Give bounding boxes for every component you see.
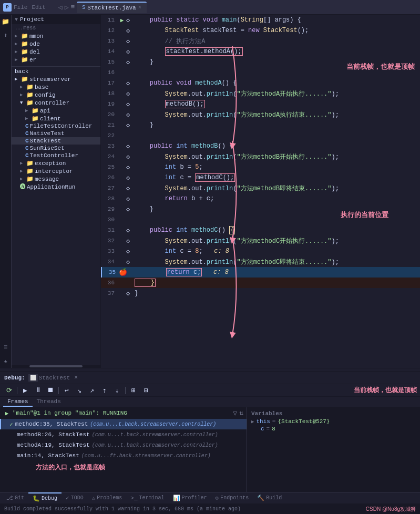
bottom-tab-git[interactable]: ⎇ Git (2, 492, 28, 504)
tree-item-api[interactable]: ▶ 📁 api (12, 107, 100, 115)
var-item-c[interactable]: c = 8 (249, 425, 418, 433)
build-message: Build completed successfully with 1 warn… (4, 506, 360, 512)
tree-item-filetestcontroller[interactable]: C FileTestController (12, 122, 100, 130)
thread-expand-icon[interactable]: ⇅ (239, 409, 243, 417)
endpoints-icon: ⊕ (216, 495, 219, 501)
code-line-37: 37 ◇ } (101, 288, 420, 299)
commit-icon[interactable]: ⬆ (1, 30, 11, 40)
tree-item-config[interactable]: ▶ 📁 config (12, 91, 100, 99)
thread-run-icon: ▶ (3, 408, 11, 418)
debug-stepout-btn[interactable]: ↗ (86, 386, 98, 395)
recent-icon[interactable]: ≡ (70, 3, 75, 11)
frame-name-1: methodB:26, StackTest (17, 431, 90, 438)
terminal-icon: >_ (130, 495, 137, 501)
frame-item-methodB[interactable]: methodB:26, StackTest (com.u...t.back.st… (0, 429, 247, 440)
tree-item-applicationrun[interactable]: 🅐 ApplicationRun (12, 183, 100, 191)
tree-item-exception[interactable]: ▶ 📁 exception (12, 159, 100, 167)
debug-stepover-btn[interactable]: ↩ (61, 386, 73, 395)
debug-restart-btn[interactable]: ⟳ (3, 386, 15, 395)
bottom-tab-problems[interactable]: ⚠ Problems (88, 492, 127, 504)
tree-item-message[interactable]: ▶ 📁 message (12, 175, 100, 183)
git-label: Git (15, 495, 24, 501)
thread-group-controls: ▽ ⇅ (233, 409, 243, 417)
frame-item-main[interactable]: main:14, StackTest (com.u...ft.back.stre… (0, 450, 247, 461)
tree-item-er[interactable]: ▶ 📁 er (12, 56, 100, 64)
debug-content: ▶ "main"@1 in group "main": RUNNING ▽ ⇅ … (0, 407, 420, 492)
active-tab[interactable]: S StackTest.java × (77, 2, 146, 13)
nav-back-icon[interactable]: ◁ (58, 3, 63, 12)
bottom-tab-build[interactable]: 🔨 Build (253, 492, 286, 504)
tree-item-back-label[interactable]: back (12, 68, 100, 75)
debug-resume-btn[interactable]: ▶ (19, 386, 31, 395)
tree-section: ▶ 📁 mmon ▶ 📁 ode ▶ 📁 del ▶ 📁 er (12, 32, 100, 365)
code-scroll[interactable]: 11 ▶ ◇ public static void main(String[] … (101, 15, 420, 368)
frame-name-2: methodA:19, StackTest (17, 442, 90, 448)
tree-item-streamserver[interactable]: ▶ 📁 streamserver (12, 75, 100, 83)
var-this-val: {StackTest@527} (278, 418, 330, 425)
tree-item-ode[interactable]: ▶ 📁 ode (12, 40, 100, 48)
debug-stepin-btn[interactable]: ↘ (74, 386, 85, 395)
tree-item-testcontroller[interactable]: C TestController (12, 152, 100, 159)
debug-stop-btn[interactable]: ⏹ (45, 386, 56, 395)
tab-close-icon[interactable]: × (138, 5, 141, 11)
nav-fwd-icon[interactable]: ▷ (65, 3, 69, 12)
var-item-this[interactable]: ▶ this = {StackTest@527} (249, 418, 418, 425)
favorites-icon[interactable]: ★ (1, 356, 11, 366)
tree-item-client[interactable]: ▶ 📁 client (12, 115, 100, 122)
frame-item-methodA[interactable]: methodA:19, StackTest (com.u...t.back.st… (0, 440, 247, 450)
menu-item-file[interactable]: File (14, 4, 27, 11)
bottom-tab-todo[interactable]: ✓ TODO (62, 492, 88, 504)
sidebar-title: ▼ Project (12, 15, 100, 24)
debug-pause-btn[interactable]: ⏸ (32, 386, 44, 395)
sep2 (58, 387, 59, 394)
tree-item-sunriseset[interactable]: C SunRiseSet (12, 145, 100, 152)
sidebar-scrollbar[interactable] (12, 365, 100, 368)
git-icon: ⎇ (6, 495, 13, 501)
tree-item-common[interactable]: ▶ 📁 mmon (12, 32, 100, 40)
code-line-16: 16 (101, 67, 420, 78)
bottom-tabs: ⎇ Git 🐛 Debug ✓ TODO ⚠ Problems >_ Termi… (0, 492, 420, 503)
bottom-tab-debug[interactable]: 🐛 Debug (28, 492, 62, 504)
bottom-tab-terminal[interactable]: >_ Terminal (126, 492, 168, 504)
menu-item-edit[interactable]: Edit (32, 4, 45, 11)
code-line-35: 35 🍎 return c; c: 8 (101, 267, 420, 277)
tree-item-controller[interactable]: ▼ 📁 controller (12, 99, 100, 107)
frame-name-3: main:14, StackTest (17, 453, 79, 459)
tree-item-base[interactable]: ▶ 📁 base (12, 83, 100, 91)
thread-filter-icon[interactable]: ▽ (233, 409, 237, 417)
left-strip: 📁 ⬆ ≡ ★ (0, 15, 12, 368)
code-lines: 11 ▶ ◇ public static void main(String[] … (101, 15, 420, 299)
debug-session-icon: ⬜ StackTest (28, 374, 70, 382)
bottom-tab-endpoints[interactable]: ⊕ Endpoints (211, 492, 253, 504)
problems-icon: ⚠ (92, 495, 96, 501)
debug-callout-area: 当前栈帧，也就是顶帧 (354, 386, 417, 395)
tree-item-stacktest[interactable]: C StackTest (12, 137, 100, 145)
project-icon[interactable]: 📁 (1, 17, 11, 26)
back-label: back (15, 68, 28, 75)
code-line-31: 31 ◇ public int methodC() { (101, 225, 420, 235)
debug-evaluate-btn[interactable]: ⊞ (128, 386, 139, 395)
endpoints-label: Endpoints (220, 495, 249, 501)
code-line-12: 12 ◇ StackTest stackTest = new StackTest… (101, 25, 420, 36)
debug-stepdown-btn[interactable]: ⇣ (111, 386, 123, 395)
tree-item-interceptor[interactable]: ▶ 📁 interceptor (12, 167, 100, 175)
sep1 (17, 387, 17, 394)
debug-stepup-btn[interactable]: ⇡ (99, 386, 110, 395)
frame-location-2: (com.u...t.back.streamserver.controller) (92, 443, 218, 448)
tree-item-del[interactable]: ▶ 📁 del (12, 48, 100, 56)
code-line-19: 19 ◇ methodB(); (101, 99, 420, 109)
debug-watch-btn[interactable]: ⊟ (140, 386, 152, 395)
tree-item-nativetest[interactable]: C NativeTest (12, 130, 100, 137)
code-line-24: 24 ◇ System.out.println("方法methodB开始执行..… (101, 151, 420, 162)
profiler-label: Profiler (182, 495, 207, 501)
structure-icon[interactable]: ≡ (1, 343, 11, 352)
debug-session-close[interactable]: × (74, 374, 78, 382)
var-c-eq: = (267, 426, 270, 432)
thread-group-header[interactable]: ▶ "main"@1 in group "main": RUNNING ▽ ⇅ (0, 407, 247, 419)
code-line-21: 21 ◇ } (101, 120, 420, 130)
var-this-eq: = (272, 418, 276, 425)
bottom-tab-profiler[interactable]: 📊 Profiler (169, 492, 211, 504)
frame-item-methodC[interactable]: ✓ methodC:35, StackTest (com.u...t.back.… (0, 419, 247, 429)
debug-tab-frames[interactable]: Frames (3, 397, 33, 407)
debug-tab-threads[interactable]: Threads (33, 397, 65, 407)
